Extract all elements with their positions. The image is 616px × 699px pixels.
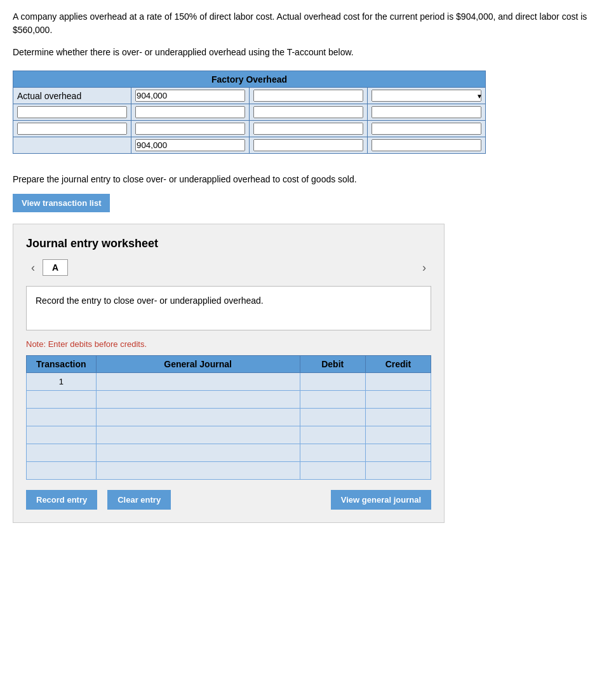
journal-row2-transaction [27,391,97,409]
journal-row4-debit-input[interactable] [300,426,365,444]
t-account-row3-right-label[interactable] [250,121,368,137]
journal-row4-debit[interactable] [300,426,365,444]
t-account-row2-left-label[interactable] [13,104,131,121]
t-account-row3-left-amount[interactable] [131,121,250,137]
journal-row3-gj-input[interactable] [97,409,300,426]
description-text: Record the entry to close over- or under… [36,295,264,306]
t-account-total-right-label[interactable] [250,137,368,154]
col-general-journal: General Journal [96,356,300,373]
journal-row1-debit[interactable] [300,373,365,391]
journal-row2-credit-input[interactable] [366,391,431,408]
journal-row3-transaction [27,409,97,426]
next-nav-button[interactable]: › [417,261,431,275]
journal-row2-gj-input[interactable] [97,391,300,408]
col-debit: Debit [300,356,365,373]
journal-row4-credit-input[interactable] [366,426,431,444]
t-account-row2-right-amount[interactable] [368,104,486,121]
bottom-buttons: Record entry Clear entry View general jo… [26,490,431,510]
journal-row5-credit[interactable] [365,444,431,462]
journal-row1-credit-input[interactable] [366,373,431,390]
journal-row6-gj-input[interactable] [97,462,300,479]
t-account-row1-left-amount[interactable] [131,88,250,104]
t-account-total-left-input[interactable] [135,139,245,151]
t-account-row3-left-input[interactable] [17,123,127,135]
t-account-row2-right-input[interactable] [253,106,363,118]
journal-row-5 [27,444,431,462]
journal-row4-transaction [27,426,97,444]
journal-row-4 [27,426,431,444]
t-account-row-1: Actual overhead ▼ [13,88,486,104]
journal-row5-credit-input[interactable] [366,444,431,461]
t-account-row3-amount-input[interactable] [135,123,245,135]
journal-row4-general-journal[interactable] [96,426,300,444]
journal-row4-gj-input[interactable] [97,426,300,444]
journal-row1-credit[interactable] [365,373,431,391]
t-account-row2-right-amount-input[interactable] [372,106,481,118]
journal-row1-debit-input[interactable] [300,373,365,390]
t-account-row3-left-label[interactable] [13,121,131,137]
intro-line2: Determine whether there is over- or unde… [13,46,603,59]
journal-row-3 [27,409,431,426]
view-general-journal-button[interactable]: View general journal [331,490,431,510]
t-account-row2-left-amount[interactable] [131,104,250,121]
t-account-row-2 [13,104,486,121]
journal-row6-transaction [27,462,97,480]
t-account-row1-dropdown[interactable]: ▼ [368,88,486,104]
t-account-row3-right-input[interactable] [253,123,363,135]
journal-row5-gj-input[interactable] [97,444,300,461]
t-account-total-right[interactable] [368,137,486,154]
description-box: Record the entry to close over- or under… [26,286,431,330]
journal-row5-debit-input[interactable] [300,444,365,461]
journal-row3-credit-input[interactable] [366,409,431,426]
t-account-total-right-amount-input[interactable] [372,139,481,151]
clear-entry-button[interactable]: Clear entry [107,490,171,510]
journal-row-2 [27,391,431,409]
journal-row5-transaction [27,444,97,462]
journal-row6-debit-input[interactable] [300,462,365,479]
journal-row3-general-journal[interactable] [96,409,300,426]
journal-row2-debit[interactable] [300,391,365,409]
journal-panel-title: Journal entry worksheet [26,237,431,250]
t-account-row1-right-input[interactable] [253,90,363,102]
t-account-row3-right-amount[interactable] [368,121,486,137]
journal-row6-debit[interactable] [300,462,365,480]
journal-row4-credit[interactable] [365,426,431,444]
t-account-row2-left-input[interactable] [17,106,127,118]
t-account-row1-left-label: Actual overhead [13,88,131,104]
t-account-title: Factory Overhead [13,71,486,88]
t-account-total-row [13,137,486,154]
journal-row1-general-journal[interactable] [96,373,300,391]
journal-row5-general-journal[interactable] [96,444,300,462]
dropdown-arrow-icon: ▼ [476,92,483,99]
t-account-row2-amount-input[interactable] [135,106,245,118]
journal-table-header: Transaction General Journal Debit Credit [27,356,431,373]
prev-nav-button[interactable]: ‹ [26,261,40,275]
t-account-total-right-input[interactable] [253,139,363,151]
t-account-total-left[interactable] [131,137,250,154]
t-account-row1-left-input[interactable] [135,90,245,102]
tab-a-button[interactable]: A [43,259,68,276]
journal-row3-debit[interactable] [300,409,365,426]
journal-row2-debit-input[interactable] [300,391,365,408]
view-transactions-button[interactable]: View transaction list [13,194,110,212]
journal-row3-debit-input[interactable] [300,409,365,426]
record-entry-button[interactable]: Record entry [26,490,97,510]
t-account-total-left-label [13,137,131,154]
journal-row3-credit[interactable] [365,409,431,426]
t-account-row2-right-label[interactable] [250,104,368,121]
journal-row5-debit[interactable] [300,444,365,462]
journal-row1-transaction: 1 [27,373,97,391]
t-account-row1-right-label[interactable] [250,88,368,104]
journal-row6-general-journal[interactable] [96,462,300,480]
journal-row1-gj-input[interactable] [97,373,300,390]
journal-row6-credit-input[interactable] [366,462,431,479]
section2-text: Prepare the journal entry to close over-… [13,173,603,186]
col-credit: Credit [365,356,431,373]
t-account-row1-right-amount[interactable] [372,90,481,102]
t-account-table: Factory Overhead Actual overhead ▼ [13,71,486,154]
journal-row2-general-journal[interactable] [96,391,300,409]
t-account-row3-right-amount-input[interactable] [372,123,481,135]
t-account-row-3 [13,121,486,137]
journal-row6-credit[interactable] [365,462,431,480]
journal-row2-credit[interactable] [365,391,431,409]
